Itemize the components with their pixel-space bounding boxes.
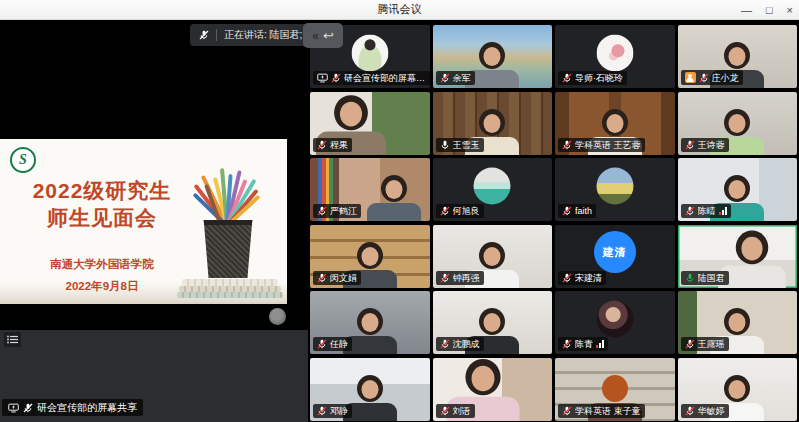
participant-tile[interactable]: 余军 xyxy=(433,25,553,88)
title-bar: 腾讯会议 — □ × xyxy=(0,0,799,20)
mic-icon xyxy=(685,206,695,216)
pencil-cup-image xyxy=(175,148,285,298)
participant-avatar xyxy=(596,300,633,337)
participant-tile[interactable]: 学科英语 束子童 xyxy=(555,358,675,421)
participant-name: 学科英语 束子童 xyxy=(575,406,641,416)
mic-icon xyxy=(562,273,572,283)
share-banner-label: 研会宣传部的屏幕共享 xyxy=(37,401,137,415)
participant-name-label: 钟再强 xyxy=(436,271,484,285)
participant-name-label: 程果 xyxy=(313,138,352,152)
reply-arrow-icon[interactable]: ↩ xyxy=(323,29,334,42)
speaking-label: 正在讲话: 陆国君; xyxy=(224,28,302,42)
participant-tile[interactable]: 刘语 xyxy=(433,358,553,421)
mic-icon xyxy=(440,73,450,83)
participant-tile[interactable]: 陆国君 xyxy=(678,225,798,288)
participant-name-label: 庄小龙 xyxy=(681,70,743,85)
muted-mic-icon xyxy=(199,30,209,40)
annotation-arrows-panel[interactable]: « ↩ xyxy=(303,23,343,48)
member-badge-icon xyxy=(685,72,696,83)
participant-tile[interactable]: 学科英语 王艺蓉 xyxy=(555,92,675,155)
maximize-button[interactable]: □ xyxy=(766,0,773,20)
participant-name: 何旭良 xyxy=(453,206,480,216)
participant-name: 严鹤江 xyxy=(330,206,357,216)
slide-date: 2022年9月8日 xyxy=(6,279,198,294)
participant-name: 学科英语 王艺蓉 xyxy=(575,140,641,150)
mic-icon xyxy=(440,339,450,349)
participant-name-label: 导师·石晓玲 xyxy=(558,71,627,85)
participant-grid: 研会宣传部的屏幕共享 余军 xyxy=(310,25,797,422)
participant-tile[interactable]: 王雪玉 xyxy=(433,92,553,155)
close-button[interactable]: × xyxy=(787,0,793,20)
participant-tile[interactable]: 程果 xyxy=(310,92,430,155)
participant-name: 余军 xyxy=(453,73,471,83)
participant-name-label: faith xyxy=(558,204,596,218)
slide-organization: 南通大学外国语学院 xyxy=(6,257,198,272)
participant-name-label: 王露瑶 xyxy=(681,337,729,351)
pencil-cup xyxy=(201,220,255,278)
list-icon xyxy=(7,335,18,344)
participant-name: 陆国君 xyxy=(698,273,725,283)
participant-avatar: 建清 xyxy=(594,231,636,273)
window-title: 腾讯会议 xyxy=(0,2,799,17)
camera-dot-button[interactable] xyxy=(269,308,286,325)
participant-name: 陈晴 xyxy=(698,206,716,216)
participant-tile[interactable]: 导师·石晓玲 xyxy=(555,25,675,88)
participant-tile[interactable]: 王露瑶 xyxy=(678,291,798,354)
participant-name: 刘语 xyxy=(453,406,471,416)
participant-tile[interactable]: 邓静 xyxy=(310,358,430,421)
window-controls: — □ × xyxy=(741,0,793,20)
minimize-button[interactable]: — xyxy=(741,0,752,20)
back-arrows-icon[interactable]: « xyxy=(312,30,319,42)
mic-icon xyxy=(562,406,572,416)
participant-name: 程果 xyxy=(330,140,348,150)
participant-name-label: 陈晴 xyxy=(681,204,731,218)
mic-icon xyxy=(317,140,327,150)
mic-icon xyxy=(685,406,695,416)
participant-tile[interactable]: 王诗蓉 xyxy=(678,92,798,155)
mic-icon xyxy=(317,206,327,216)
participant-name: 闵文娟 xyxy=(330,273,357,283)
participant-name: 沈鹏成 xyxy=(453,339,480,349)
mic-icon xyxy=(562,73,572,83)
participant-tile[interactable]: 何旭良 xyxy=(433,158,553,221)
mic-icon xyxy=(440,206,450,216)
participant-name-label: 闵文娟 xyxy=(313,271,361,285)
participant-tile[interactable]: 闵文娟 xyxy=(310,225,430,288)
slide-title-line1: 2022级研究生 xyxy=(6,177,198,204)
participant-tile[interactable]: 陈青 xyxy=(555,291,675,354)
participant-name-label: 华敏婷 xyxy=(681,404,729,418)
participant-tile[interactable]: 陈晴 xyxy=(678,158,798,221)
slide-title-line2: 师生见面会 xyxy=(6,204,198,231)
participant-tile[interactable]: 沈鹏成 xyxy=(433,291,553,354)
participant-name-label: 王雪玉 xyxy=(436,138,484,152)
participant-tile[interactable]: faith xyxy=(555,158,675,221)
participant-tile[interactable]: 华敏婷 xyxy=(678,358,798,421)
participant-name: 钟再强 xyxy=(453,273,480,283)
slide-title: 2022级研究生 师生见面会 xyxy=(6,177,198,231)
participant-avatar xyxy=(596,167,633,204)
mic-icon xyxy=(699,73,709,83)
network-signal-icon xyxy=(719,207,727,215)
participant-name-label: 任静 xyxy=(313,337,352,351)
participant-tile[interactable]: 庄小龙 xyxy=(678,25,798,88)
participant-name-label: 学科英语 束子童 xyxy=(558,404,645,418)
participant-tile[interactable]: 钟再强 xyxy=(433,225,553,288)
divider xyxy=(216,29,217,41)
mic-icon xyxy=(440,140,450,150)
mic-icon xyxy=(317,273,327,283)
participant-name-label: 何旭良 xyxy=(436,204,484,218)
participant-name-label: 邓静 xyxy=(313,404,352,418)
participant-tile[interactable]: 建清 宋建清 xyxy=(555,225,675,288)
screen-share-banner: 研会宣传部的屏幕共享 xyxy=(2,399,143,416)
university-logo: S xyxy=(10,147,36,173)
person-silhouette xyxy=(602,375,628,402)
avatar-text: 建清 xyxy=(603,245,627,260)
participant-tile[interactable]: 任静 xyxy=(310,291,430,354)
participant-avatar xyxy=(351,34,388,71)
participant-avatar xyxy=(596,34,633,71)
speaking-indicator-bar: 正在讲话: 陆国君; xyxy=(190,24,311,46)
participant-tile[interactable]: 严鹤江 xyxy=(310,158,430,221)
participant-name: 王雪玉 xyxy=(453,140,480,150)
member-list-button[interactable] xyxy=(4,332,21,347)
network-signal-icon xyxy=(596,340,604,348)
